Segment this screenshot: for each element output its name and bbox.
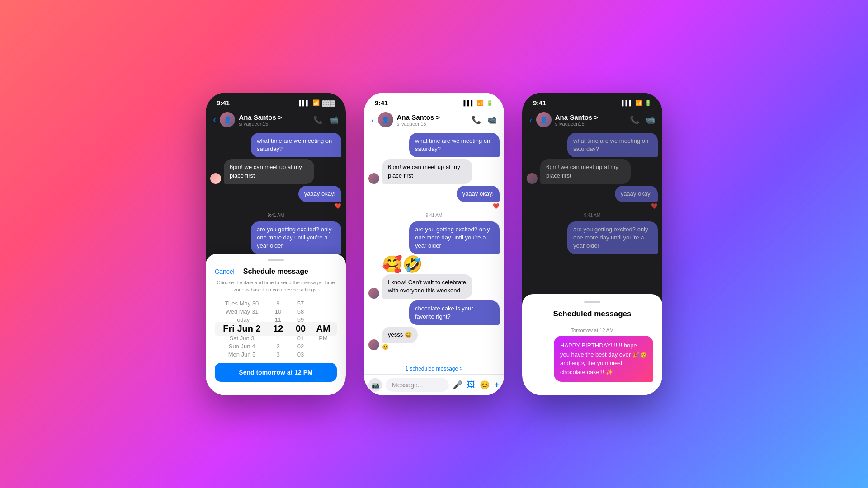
phone-icon-2[interactable]: 📞 <box>472 115 481 125</box>
msg-row-p2-5: I know! Can't wait to celebrate with eve… <box>368 274 500 299</box>
status-icons-2: ▌▌▌ 📶 🔋 <box>464 100 493 106</box>
mini-avatar-3 <box>527 173 538 184</box>
date-time-picker[interactable]: Tues May 30 Wed May 31 Today Fri Jun 2 S… <box>215 300 337 358</box>
picker-ampm-pm: PM <box>312 334 335 342</box>
phone-3: 9:41 ▌▌▌ 📶 🔋 ‹ 👤 Ana Santos > silvaqueen… <box>522 93 662 395</box>
msg-p2-bubble-7: yesss 😄 <box>382 327 418 343</box>
scheduled-panel-handle <box>584 301 600 303</box>
msg-row-p3-3: yaaay okay! ❤️ <box>527 186 658 209</box>
nav-actions-3: 📞 📹 <box>630 115 655 125</box>
input-icons: 🎤 🖼 😊 + <box>453 380 500 390</box>
msg-row-sent-3: are you getting excited? only one more d… <box>210 221 341 254</box>
msg-p2-bubble-4: are you getting excited? only one more d… <box>409 221 500 254</box>
message-input[interactable]: Message... <box>386 378 449 392</box>
back-button-1[interactable]: ‹ <box>213 114 216 126</box>
avatar-1: 👤 <box>220 112 235 127</box>
msg-p3-bubble-1: what time are we meeting on saturday? <box>567 133 658 157</box>
date-column[interactable]: Tues May 30 Wed May 31 Today Fri Jun 2 S… <box>217 300 267 358</box>
picker-hour-selected: 12 <box>267 324 289 334</box>
mic-icon[interactable]: 🎤 <box>453 380 462 390</box>
reaction-3: 😊 <box>382 344 418 350</box>
picker-ampm-spacer4 <box>312 342 335 350</box>
phone-icon-3[interactable]: 📞 <box>630 115 639 125</box>
reaction-1: ❤️ <box>335 203 341 209</box>
status-bar-2: 9:41 ▌▌▌ 📶 🔋 <box>364 93 504 110</box>
msg-bubble-1: what time are we meeting on saturday? <box>251 133 341 157</box>
wifi-icon-3: 📶 <box>635 100 642 106</box>
signal-icon-1: ▌▌▌ <box>299 100 309 106</box>
video-icon-1[interactable]: 📹 <box>329 115 339 125</box>
schedule-sheet: Cancel Schedule message Choose the date … <box>206 254 346 395</box>
contact-name-3: Ana Santos > <box>555 113 626 121</box>
msg-p2-bubble-5: I know! Can't wait to celebrate with eve… <box>382 274 472 299</box>
emoji-icon[interactable]: 😊 <box>480 380 490 390</box>
picker-min-2: 59 <box>289 316 312 324</box>
nav-actions-1: 📞 📹 <box>313 115 339 125</box>
cancel-button[interactable]: Cancel <box>215 268 235 275</box>
battery-icon-1: ▓▓▓ <box>322 99 335 106</box>
image-icon[interactable]: 🖼 <box>467 380 475 390</box>
picker-date-4: Sat Jun 3 <box>217 334 267 342</box>
status-icons-3: ▌▌▌ 📶 🔋 <box>622 100 651 106</box>
hour-column[interactable]: 9 10 11 12 1 2 3 <box>267 300 289 358</box>
timestamp-1: 9:41 AM <box>210 213 341 218</box>
video-icon-3[interactable]: 📹 <box>646 115 655 125</box>
phone-icon-1[interactable]: 📞 <box>313 115 323 125</box>
contact-username-3: silvaqueen15 <box>555 121 626 127</box>
picker-date-0: Tues May 30 <box>217 300 267 308</box>
msg-row-p3-2: 6pm! we can meet up at my place first <box>527 159 658 183</box>
msg-row-recv-1: 6pm! we can meet up at my place first <box>210 159 341 183</box>
status-time-1: 9:41 <box>217 99 230 107</box>
msg-bubble-4: are you getting excited? only one more d… <box>251 221 341 254</box>
nav-info-3: Ana Santos > silvaqueen15 <box>555 113 626 127</box>
picker-date-6: Mon Jun 5 <box>217 350 267 358</box>
picker-date-5: Sun Jun 4 <box>217 342 267 350</box>
video-icon-2[interactable]: 📹 <box>487 115 497 125</box>
picker-ampm-spacer3 <box>312 316 335 324</box>
nav-info-1: Ana Santos > silvaqueen15 <box>239 113 310 127</box>
phone-1: 9:41 ▌▌▌ 📶 ▓▓▓ ‹ 👤 Ana Santos > silvaque… <box>206 93 346 395</box>
msg-p3-bubble-2: 6pm! we can meet up at my place first <box>540 159 631 183</box>
picker-date-selected: Fri Jun 2 <box>217 324 267 334</box>
msg-row-sent-2: yaaay okay! ❤️ <box>210 186 341 209</box>
mini-avatar-1 <box>210 173 221 184</box>
msg-row-p2-1: what time are we meeting on saturday? <box>368 133 500 157</box>
contact-name-1: Ana Santos > <box>239 113 310 121</box>
send-scheduled-button[interactable]: Send tomorrow at 12 PM <box>215 363 337 382</box>
scheduled-banner-link[interactable]: 1 scheduled message > <box>405 366 462 372</box>
msg-p2-bubble-3: yaaay okay! <box>457 186 500 202</box>
msg-row-p3-1: what time are we meeting on saturday? <box>527 133 658 157</box>
scheduled-banner[interactable]: 1 scheduled message > <box>364 362 504 374</box>
sheet-description: Choose the date and time to send the mes… <box>215 279 337 293</box>
phone-2: 9:41 ▌▌▌ 📶 🔋 ‹ 👤 Ana Santos > silvaqueen… <box>364 93 504 395</box>
battery-icon-2: 🔋 <box>486 100 493 106</box>
minute-column[interactable]: 57 58 59 00 01 02 03 <box>289 300 312 358</box>
avatar-2: 👤 <box>378 112 393 127</box>
signal-icon-2: ▌▌▌ <box>464 100 474 106</box>
camera-button[interactable]: 📷 <box>368 378 382 392</box>
msg-bubble-3: yaaay okay! <box>298 186 341 202</box>
contact-name-2: Ana Santos > <box>397 113 468 121</box>
msg-row-p2-2: 6pm! we can meet up at my place first <box>368 159 500 183</box>
status-time-3: 9:41 <box>533 99 546 107</box>
picker-min-selected: 00 <box>289 324 312 334</box>
nav-info-2: Ana Santos > silvaqueen15 <box>397 113 468 127</box>
picker-ampm-spacer1 <box>312 300 335 308</box>
signal-icon-3: ▌▌▌ <box>622 100 632 106</box>
plus-icon[interactable]: + <box>494 380 500 390</box>
sheet-handle <box>268 259 284 261</box>
scheduled-message-bubble[interactable]: HAPPY BIRTHDAY!!!!!!! hope you have the … <box>554 336 653 382</box>
picker-min-1: 58 <box>289 308 312 316</box>
back-button-3[interactable]: ‹ <box>529 115 533 125</box>
wifi-icon-2: 📶 <box>477 100 484 106</box>
msg-p2-bubble-2: 6pm! we can meet up at my place first <box>382 159 472 183</box>
back-button-2[interactable]: ‹ <box>371 115 374 125</box>
mini-avatar-2c <box>368 339 379 350</box>
mini-avatar-2b <box>368 288 379 299</box>
picker-hour-1: 10 <box>267 308 289 316</box>
status-icons-1: ▌▌▌ 📶 ▓▓▓ <box>299 99 335 106</box>
picker-min-0: 57 <box>289 300 312 308</box>
ampm-column[interactable]: AM PM <box>312 300 335 358</box>
status-bar-3: 9:41 ▌▌▌ 📶 🔋 <box>522 93 662 110</box>
msg-row-p2-7: yesss 😄 😊 <box>368 327 500 350</box>
